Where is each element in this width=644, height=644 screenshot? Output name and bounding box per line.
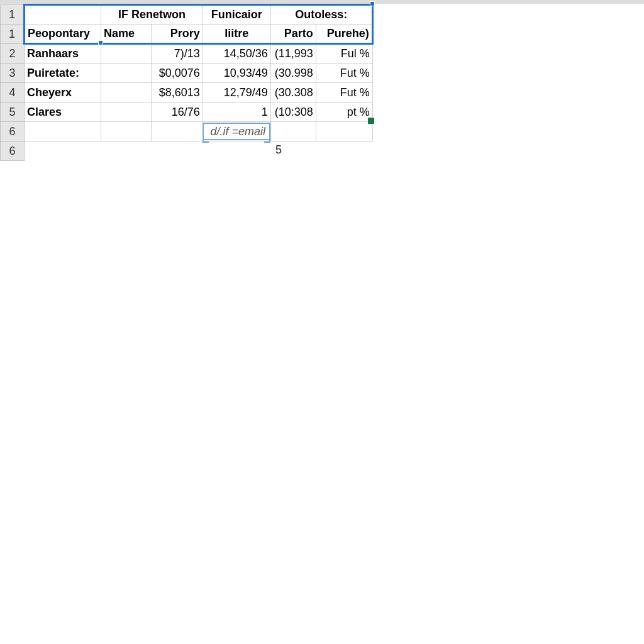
cell[interactable]: (30.308 <box>270 83 316 103</box>
cell[interactable]: 10,93/49 <box>203 64 270 83</box>
cell[interactable]: 16/76 <box>151 103 203 122</box>
header-row-2[interactable]: 1 Peopontary Name Prory Iiitre Parto Pur… <box>1 25 644 44</box>
cell[interactable]: Cheyerx <box>24 83 101 103</box>
row-header[interactable]: 4 <box>1 83 25 103</box>
selection-handle-icon[interactable] <box>370 1 375 6</box>
header-prory[interactable]: Prory <box>151 25 203 44</box>
row-header[interactable]: 5 <box>1 103 25 122</box>
row-header[interactable]: 1 <box>1 5 25 25</box>
selection-handle-icon[interactable] <box>98 40 103 45</box>
empty-area <box>372 142 643 161</box>
cell[interactable] <box>101 44 151 64</box>
table-row[interactable]: 6 <box>1 142 644 161</box>
cell[interactable] <box>151 142 203 161</box>
cell[interactable]: Fut % <box>316 64 372 83</box>
cell-editor[interactable]: d/.if =email <box>203 123 270 140</box>
cell[interactable] <box>24 142 101 161</box>
header-name[interactable]: Name <box>101 25 151 44</box>
header-peopontary[interactable]: Peopontary <box>24 25 101 44</box>
row-header[interactable]: 3 <box>1 64 25 83</box>
cell[interactable]: (10:308 <box>270 103 316 122</box>
empty-area <box>372 103 643 122</box>
table-row[interactable]: 6 <box>1 122 644 142</box>
row-header[interactable]: 6 <box>1 142 25 161</box>
cell[interactable] <box>101 122 151 142</box>
cell[interactable]: Ful % <box>316 44 372 64</box>
header-purehe[interactable]: Purehe) <box>316 25 372 44</box>
cell[interactable] <box>101 83 151 103</box>
table-row[interactable]: 5 Clares 16/76 1 (10:308 pt % <box>1 103 644 122</box>
cell[interactable] <box>101 142 151 161</box>
empty-area <box>372 44 643 64</box>
header-outoless[interactable]: Outoless: <box>270 5 372 25</box>
row-header[interactable]: 1 <box>1 25 25 44</box>
cell[interactable]: $8,6013 <box>151 83 203 103</box>
cell[interactable] <box>203 142 270 161</box>
cell-a1[interactable] <box>24 5 101 25</box>
header-iiitre[interactable]: Iiitre <box>203 25 270 44</box>
table-row[interactable]: 2 Ranhaars 7)/13 14,50/36 (11,993 Ful % <box>1 44 644 64</box>
grid-table[interactable]: 1 IF Renetwon Funicaior Outoless: 1 Peop… <box>0 4 644 161</box>
cell[interactable] <box>316 122 372 142</box>
cell[interactable]: Ranhaars <box>24 44 101 64</box>
table-row[interactable]: 4 Cheyerx $8,6013 12,79/49 (30.308 Fut % <box>1 83 644 103</box>
cell[interactable]: 1 <box>203 103 270 122</box>
cell[interactable]: (30.998 <box>270 64 316 83</box>
header-if-renetwon[interactable]: IF Renetwon <box>101 5 203 25</box>
spreadsheet[interactable]: 1 IF Renetwon Funicaior Outoless: 1 Peop… <box>0 0 644 161</box>
cell[interactable]: $0,0076 <box>151 64 203 83</box>
header-funicaior[interactable]: Funicaior <box>203 5 270 25</box>
cell[interactable] <box>316 142 372 161</box>
empty-area <box>372 64 643 83</box>
cell[interactable]: pt % <box>316 103 372 122</box>
cell[interactable]: Puiretate: <box>24 64 101 83</box>
stray-label: 5 <box>275 143 282 157</box>
cell[interactable]: 7)/13 <box>151 44 203 64</box>
cell[interactable]: (11,993 <box>270 44 316 64</box>
empty-area <box>372 5 643 25</box>
header-row-1[interactable]: 1 IF Renetwon Funicaior Outoless: <box>1 5 644 25</box>
cell[interactable] <box>24 122 101 142</box>
cell[interactable]: Clares <box>24 103 101 122</box>
cell[interactable]: 14,50/36 <box>203 44 270 64</box>
table-row[interactable]: 3 Puiretate: $0,0076 10,93/49 (30.998 Fu… <box>1 64 644 83</box>
cell[interactable]: 12,79/49 <box>203 83 270 103</box>
cell[interactable] <box>270 122 316 142</box>
cell[interactable]: Fut % <box>316 83 372 103</box>
row-header[interactable]: 2 <box>1 44 25 64</box>
cell[interactable] <box>101 103 151 122</box>
cell[interactable] <box>101 64 151 83</box>
header-parto[interactable]: Parto <box>270 25 316 44</box>
empty-area <box>372 122 643 142</box>
cell-editor-text: d/.if =email <box>210 125 265 138</box>
cell[interactable] <box>151 122 203 142</box>
fill-handle-icon[interactable] <box>367 117 375 125</box>
empty-area <box>372 25 643 44</box>
row-header[interactable]: 6 <box>1 122 25 142</box>
empty-area <box>372 83 643 103</box>
